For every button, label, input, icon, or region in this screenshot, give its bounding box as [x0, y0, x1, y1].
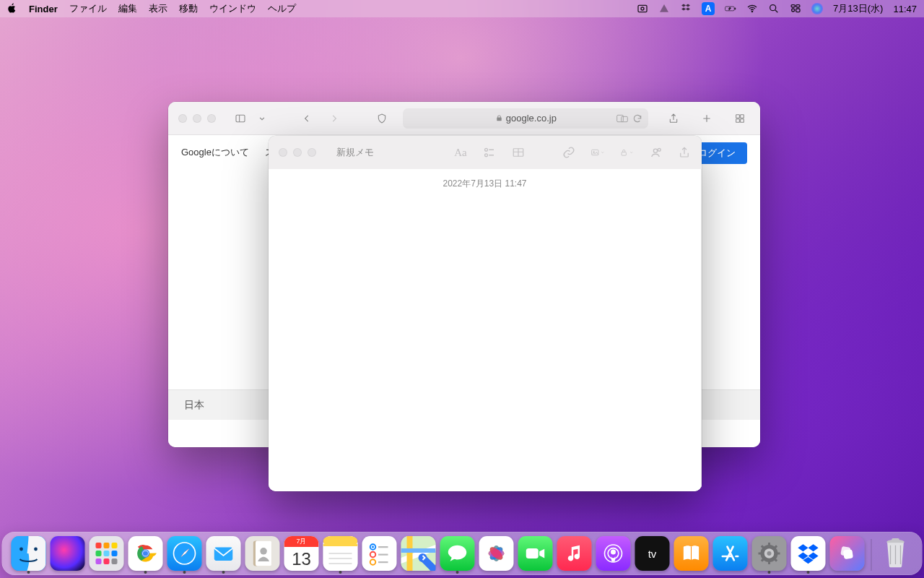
status-icon-1[interactable]	[658, 3, 670, 14]
svg-point-58	[611, 550, 615, 553]
svg-rect-0	[638, 5, 647, 12]
link-icon[interactable]	[562, 145, 576, 160]
close-button[interactable]	[178, 114, 187, 123]
menu-view[interactable]: 表示	[149, 2, 167, 15]
svg-point-5	[770, 5, 776, 11]
svg-rect-63	[776, 553, 780, 555]
new-tab-icon[interactable]	[697, 108, 717, 129]
collaborate-icon[interactable]	[648, 145, 663, 160]
dock-settings[interactable]	[752, 536, 787, 571]
dock-podcasts[interactable]	[596, 536, 631, 571]
notes-editor[interactable]: 2022年7月13日 11:47	[269, 169, 702, 491]
svg-rect-9	[796, 9, 800, 12]
format-text-icon[interactable]: Aa	[453, 145, 468, 160]
screenshot-icon[interactable]	[637, 3, 648, 14]
dock-facetime[interactable]	[518, 536, 553, 571]
dock-reminders[interactable]	[362, 536, 397, 571]
zoom-button[interactable]	[308, 148, 316, 157]
share-icon[interactable]	[663, 108, 684, 129]
dock: 7月13 tv	[2, 532, 923, 575]
svg-rect-60	[768, 543, 770, 547]
reader-icon[interactable]	[616, 114, 628, 123]
battery-icon[interactable]	[725, 3, 736, 14]
dock-appstore[interactable]	[713, 536, 748, 571]
spotlight-icon[interactable]	[768, 3, 780, 14]
wifi-icon[interactable]	[746, 3, 758, 14]
dock-finder[interactable]	[12, 536, 46, 571]
google-about-link[interactable]: Googleについて	[181, 146, 249, 159]
dock-launchpad[interactable]	[90, 536, 124, 571]
svg-rect-62	[759, 553, 763, 555]
menubar-time[interactable]: 11:47	[893, 4, 917, 14]
dock-shortcuts[interactable]	[830, 536, 865, 571]
svg-rect-14	[741, 114, 744, 118]
svg-rect-13	[736, 114, 740, 118]
app-name-menu[interactable]: Finder	[29, 4, 58, 14]
notes-title: 新規メモ	[336, 146, 374, 159]
zoom-button[interactable]	[207, 114, 216, 123]
dock-siri[interactable]	[51, 536, 85, 571]
media-icon[interactable]	[590, 145, 605, 160]
url-text: google.co.jp	[506, 113, 557, 124]
siri-menubar-icon[interactable]	[811, 3, 823, 14]
dock-messages[interactable]	[440, 536, 475, 571]
svg-rect-7	[796, 5, 800, 7]
checklist-icon[interactable]	[482, 145, 497, 160]
dock-music[interactable]	[557, 536, 592, 571]
sidebar-toggle-icon[interactable]	[230, 108, 250, 129]
shield-icon[interactable]	[372, 108, 392, 129]
chevron-down-icon	[601, 150, 605, 155]
dropbox-menubar-icon[interactable]	[680, 3, 692, 14]
dock-notes[interactable]	[323, 536, 358, 571]
dock-trash[interactable]	[879, 536, 913, 571]
back-button[interactable]	[297, 108, 317, 129]
svg-rect-34	[214, 548, 233, 561]
table-icon[interactable]	[511, 145, 526, 160]
menu-help[interactable]: ヘルプ	[268, 2, 296, 15]
address-bar[interactable]: google.co.jp	[403, 108, 648, 129]
menu-file[interactable]: ファイル	[69, 2, 107, 15]
menubar-date[interactable]: 7月13日(水)	[833, 2, 883, 15]
dock-tv[interactable]: tv	[635, 536, 670, 571]
control-center-icon[interactable]	[790, 3, 801, 14]
svg-point-17	[485, 148, 488, 151]
svg-rect-71	[843, 549, 853, 559]
svg-rect-12	[622, 116, 628, 121]
dock-books[interactable]	[674, 536, 709, 571]
svg-point-42	[372, 546, 374, 548]
menu-window[interactable]: ウインドウ	[209, 2, 256, 15]
svg-point-4	[751, 11, 752, 12]
dock-separator	[871, 539, 872, 571]
notes-window: 新規メモ Aa	[269, 136, 702, 491]
dock-maps[interactable]	[401, 536, 436, 571]
lock-icon	[495, 114, 503, 122]
close-button[interactable]	[279, 148, 287, 157]
reload-icon[interactable]	[632, 113, 642, 124]
apple-menu-icon[interactable]	[7, 3, 17, 15]
input-source-icon[interactable]: A	[702, 2, 715, 15]
dock-dropbox[interactable]	[791, 536, 826, 571]
share-note-icon[interactable]	[677, 145, 692, 160]
dock-contacts[interactable]	[245, 536, 280, 571]
svg-point-37	[260, 548, 267, 555]
svg-point-1	[641, 7, 644, 10]
svg-point-27	[34, 548, 38, 551]
svg-point-69	[767, 551, 772, 556]
dock-photos[interactable]	[479, 536, 514, 571]
tab-overview-icon[interactable]	[730, 108, 750, 129]
menu-go[interactable]: 移動	[179, 2, 198, 15]
dock-chrome[interactable]	[128, 536, 163, 571]
forward-button[interactable]	[324, 108, 344, 129]
menu-edit[interactable]: 編集	[118, 2, 137, 15]
dock-mail[interactable]	[206, 536, 241, 571]
lock-note-icon[interactable]	[619, 145, 634, 160]
dock-safari[interactable]	[167, 536, 202, 571]
svg-rect-10	[236, 115, 245, 121]
svg-point-23	[653, 149, 657, 152]
svg-rect-6	[791, 5, 795, 7]
dock-calendar[interactable]: 7月13	[284, 536, 319, 571]
minimize-button[interactable]	[193, 114, 201, 123]
notes-timestamp: 2022年7月13日 11:47	[269, 169, 701, 199]
chevron-down-icon[interactable]	[252, 108, 272, 129]
minimize-button[interactable]	[293, 148, 302, 157]
